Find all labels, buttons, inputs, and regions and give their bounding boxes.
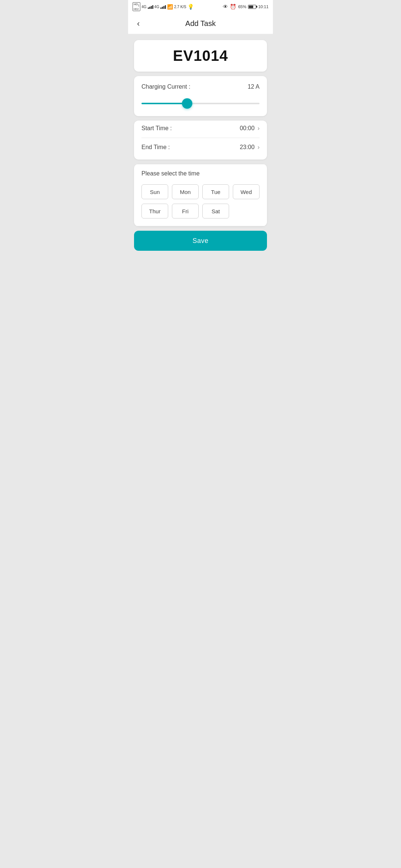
end-time-value-wrap: 23:00 › xyxy=(240,144,260,151)
save-button[interactable]: Save xyxy=(134,231,267,251)
end-time-row[interactable]: End Time : 23:00 › xyxy=(141,138,260,157)
eye-icon: 👁 xyxy=(223,4,228,10)
device-id: EV1014 xyxy=(173,47,228,64)
day-button-sun[interactable]: Sun xyxy=(141,184,168,199)
day-selector-card: Please select the time Sun Mon Tue Wed T… xyxy=(134,164,267,226)
back-button[interactable]: ‹ xyxy=(134,16,143,32)
end-time-chevron: › xyxy=(258,144,260,151)
start-time-value: 00:00 xyxy=(240,125,255,132)
days-grid: Sun Mon Tue Wed Thur Fri Sat xyxy=(141,184,260,218)
network-4g: 4G xyxy=(141,5,146,9)
charging-slider[interactable] xyxy=(141,103,260,104)
day-button-sat[interactable]: Sat xyxy=(202,204,229,218)
day-button-thur[interactable]: Thur xyxy=(141,204,168,218)
bulb-icon: 💡 xyxy=(188,4,194,10)
charging-header: Charging Current : 12 A xyxy=(141,83,260,90)
battery-icon xyxy=(248,5,256,9)
bottom-spacer xyxy=(134,255,267,270)
time-card: Start Time : 00:00 › End Time : 23:00 › xyxy=(134,121,267,160)
day-selector-title: Please select the time xyxy=(141,170,260,177)
charging-label: Charging Current : xyxy=(141,83,190,90)
start-time-value-wrap: 00:00 › xyxy=(240,125,260,132)
end-time-label: End Time : xyxy=(141,144,170,151)
day-button-fri[interactable]: Fri xyxy=(172,204,199,218)
charging-current-card: Charging Current : 12 A xyxy=(134,76,267,116)
alarm-icon: ⏰ xyxy=(230,4,236,10)
end-time-value: 23:00 xyxy=(240,144,255,151)
status-right: 👁 ⏰ 65% 10:11 xyxy=(223,4,268,10)
day-button-tue[interactable]: Tue xyxy=(202,184,229,199)
clock-time: 10:11 xyxy=(258,4,268,9)
main-content: EV1014 Charging Current : 12 A Start Tim… xyxy=(128,34,273,276)
slider-container[interactable] xyxy=(141,96,260,109)
days-row-2: Thur Fri Sat xyxy=(141,204,260,218)
start-time-row[interactable]: Start Time : 00:00 › xyxy=(141,124,260,138)
day-button-mon[interactable]: Mon xyxy=(172,184,199,199)
signal-bars-1 xyxy=(148,4,153,9)
device-id-card: EV1014 xyxy=(134,40,267,72)
page-title: Add Task xyxy=(185,19,216,28)
network-4g-2: 4G xyxy=(154,5,159,9)
network-speed: 2.7 K/S xyxy=(174,5,186,9)
signal-bars-2 xyxy=(160,4,166,9)
start-time-label: Start Time : xyxy=(141,125,172,132)
days-row-1: Sun Mon Tue Wed xyxy=(141,184,260,199)
top-nav: ‹ Add Task xyxy=(128,13,273,34)
start-time-chevron: › xyxy=(258,125,260,132)
hd1-badge: HD1HD2 xyxy=(133,2,140,11)
status-left: HD1HD2 4G 4G 📶 2.7 K/S 💡 xyxy=(133,2,194,11)
wifi-icon: 📶 xyxy=(167,4,173,10)
battery-percent: 65% xyxy=(238,4,246,9)
status-bar: HD1HD2 4G 4G 📶 2.7 K/S 💡 👁 ⏰ 65% 10:11 xyxy=(128,0,273,13)
day-button-wed[interactable]: Wed xyxy=(233,184,260,199)
charging-value: 12 A xyxy=(248,83,260,90)
